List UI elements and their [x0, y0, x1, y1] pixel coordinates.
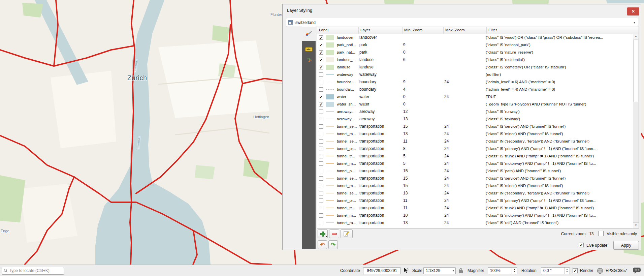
- rule-visibility-checkbox[interactable]: [319, 147, 323, 151]
- table-row[interactable]: tunnel_tr...transportation524("class" IS…: [317, 152, 633, 160]
- rule-visibility-checkbox[interactable]: ✓: [319, 35, 323, 40]
- spinner-arrows-icon[interactable]: ▲▼: [564, 268, 570, 274]
- rule-visibility-checkbox[interactable]: [319, 87, 323, 92]
- scroll-up-icon[interactable]: ▲: [633, 34, 639, 39]
- rule-visibility-checkbox[interactable]: [319, 139, 323, 144]
- rule-symbol-swatch[interactable]: [326, 124, 334, 129]
- live-update-checkbox[interactable]: ✓: [579, 243, 584, 247]
- table-row[interactable]: tunnel_se...transportation1324("class" I…: [317, 189, 633, 197]
- mouse-position-icon[interactable]: [403, 268, 409, 274]
- crs-label[interactable]: EPSG:3857: [606, 268, 627, 273]
- coordinate-input[interactable]: 949729,6002291: [363, 267, 401, 274]
- rule-symbol-swatch[interactable]: [326, 198, 334, 203]
- table-row[interactable]: tunnel_pr...transportation824("class" IS…: [317, 145, 633, 152]
- rule-symbol-swatch[interactable]: [326, 183, 334, 188]
- rule-symbol-swatch[interactable]: [326, 117, 334, 122]
- rule-symbol-swatch[interactable]: [326, 94, 334, 99]
- rule-symbol-swatch[interactable]: [326, 206, 334, 211]
- vertical-scrollbar[interactable]: ▲ ▼: [633, 34, 639, 228]
- rule-visibility-checkbox[interactable]: [319, 221, 323, 225]
- rule-symbol-swatch[interactable]: [326, 161, 334, 166]
- rule-visibility-checkbox[interactable]: [319, 184, 323, 188]
- table-row[interactable]: tunnel_se...transportation1524("class" I…: [317, 123, 633, 130]
- rule-visibility-checkbox[interactable]: [319, 169, 323, 173]
- messages-bubble-icon[interactable]: [633, 267, 641, 274]
- column-header[interactable]: Min. Zoom: [402, 27, 444, 34]
- scale-combobox[interactable]: 1:18129 ▾: [423, 267, 456, 274]
- render-checkbox[interactable]: ✓: [573, 268, 578, 273]
- column-header[interactable]: Filter: [487, 27, 639, 34]
- rule-visibility-checkbox[interactable]: [319, 80, 323, 84]
- rule-visibility-checkbox[interactable]: [319, 176, 323, 181]
- rule-symbol-swatch[interactable]: [326, 35, 334, 40]
- rule-symbol-swatch[interactable]: [326, 176, 334, 181]
- spinner-arrows-icon[interactable]: ▲▼: [512, 268, 517, 274]
- rule-symbol-swatch[interactable]: [326, 42, 334, 48]
- table-row[interactable]: tunnel_se...transportation1524("class" I…: [317, 175, 633, 182]
- rule-symbol-swatch[interactable]: [326, 131, 334, 136]
- rule-visibility-checkbox[interactable]: [319, 154, 323, 158]
- rule-symbol-swatch[interactable]: [326, 220, 334, 225]
- table-row[interactable]: tunnel_p...transportation1524("class" IS…: [317, 167, 633, 175]
- table-row[interactable]: tunnel_pr...transportation1124("class" I…: [317, 197, 633, 204]
- lock-icon[interactable]: [458, 268, 463, 274]
- table-row[interactable]: tunnel_ra...transportation1324("class" I…: [317, 219, 633, 226]
- table-row[interactable]: tunnel_m...transportation1024("class" IS…: [317, 212, 633, 219]
- rule-symbol-swatch[interactable]: [326, 72, 334, 77]
- tab-symbology[interactable]: [302, 27, 316, 41]
- table-row[interactable]: ✓waterwater024TRUE: [317, 93, 633, 100]
- table-row[interactable]: tunnel_se...transportation1124("class" I…: [317, 137, 633, 145]
- table-row[interactable]: ✓park_nat...park0("class" IS 'nature_res…: [317, 49, 633, 56]
- rule-symbol-swatch[interactable]: [326, 57, 334, 62]
- table-row[interactable]: aeroway...aeroway12("class" IS 'runway'): [317, 108, 633, 115]
- table-row[interactable]: boundar...boundary4("admin_level" = 4) A…: [317, 86, 633, 93]
- rule-visibility-checkbox[interactable]: [319, 161, 323, 166]
- close-panel-button[interactable]: ✕: [627, 7, 639, 16]
- table-row[interactable]: ✓landuse_...landuse6("class" IS 'residen…: [317, 56, 633, 63]
- column-header[interactable]: Layer: [359, 27, 402, 34]
- rule-symbol-swatch[interactable]: [326, 191, 334, 196]
- rules-table-header[interactable]: LabelLayerMin. ZoomMax. ZoomFilter: [317, 27, 639, 34]
- table-row[interactable]: tunnel_m...transportation524("class" IS …: [317, 160, 633, 167]
- tab-labels[interactable]: abc: [302, 43, 316, 55]
- undo-button[interactable]: ↶: [318, 240, 327, 249]
- rule-visibility-checkbox[interactable]: [319, 198, 323, 203]
- rule-visibility-checkbox[interactable]: [319, 191, 323, 195]
- scrollbar-thumb[interactable]: [634, 40, 638, 102]
- table-row[interactable]: aeroway...aeroway13("class" IS 'taxiway'…: [317, 115, 633, 123]
- rule-visibility-checkbox[interactable]: ✓: [319, 50, 323, 55]
- rule-symbol-swatch[interactable]: [326, 139, 334, 144]
- column-header[interactable]: Label: [317, 27, 359, 34]
- globe-crs-icon[interactable]: [597, 268, 603, 274]
- rule-visibility-checkbox[interactable]: [319, 213, 323, 218]
- table-row[interactable]: boundar...boundary924("admin_level" = 6)…: [317, 78, 633, 86]
- rule-symbol-swatch[interactable]: [326, 109, 334, 114]
- rule-symbol-swatch[interactable]: [326, 154, 334, 159]
- rotation-spinbox[interactable]: 0,0 ° ▲▼: [541, 267, 570, 274]
- scroll-down-icon[interactable]: ▼: [633, 222, 639, 228]
- rule-visibility-checkbox[interactable]: ✓: [319, 95, 323, 99]
- rule-visibility-checkbox[interactable]: [319, 72, 323, 77]
- rule-visibility-checkbox[interactable]: [319, 206, 323, 210]
- rule-symbol-swatch[interactable]: [326, 146, 334, 151]
- locator-search-input[interactable]: Type to locate (Ctrl+K): [2, 267, 64, 275]
- table-row[interactable]: ✓park_nati...park9("class" IS 'national_…: [317, 41, 633, 49]
- table-row[interactable]: ✓water_sh...water0(_geom_type IS 'Polygo…: [317, 100, 633, 108]
- rule-visibility-checkbox[interactable]: ✓: [319, 43, 323, 47]
- table-row[interactable]: tunnel_m...transportation1324("class" IS…: [317, 130, 633, 137]
- tab-history[interactable]: ↷↶: [302, 55, 316, 66]
- layer-selector-dropdown[interactable]: switzerland ▾: [286, 18, 638, 27]
- rule-symbol-swatch[interactable]: [326, 213, 334, 218]
- rule-visibility-checkbox[interactable]: ✓: [319, 58, 323, 62]
- rule-symbol-swatch[interactable]: [326, 80, 334, 85]
- table-row[interactable]: ✓landuselanduse("class" IS 'cemetery') O…: [317, 63, 633, 71]
- rule-visibility-checkbox[interactable]: [319, 132, 323, 136]
- table-row[interactable]: waterwaywaterway(no filter): [317, 71, 633, 78]
- rule-visibility-checkbox[interactable]: ✓: [319, 65, 323, 69]
- table-row[interactable]: ✓landcoverlandcover("class" IS 'wood') O…: [317, 34, 633, 41]
- magnifier-spinbox[interactable]: 100% ▲▼: [488, 267, 517, 274]
- rule-symbol-swatch[interactable]: [326, 87, 334, 92]
- visible-rules-checkbox[interactable]: [598, 231, 604, 236]
- table-row[interactable]: tunnel_tr...transportation1124("class" I…: [317, 204, 633, 212]
- table-row[interactable]: tunnel_m...transportation1524("class" IS…: [317, 182, 633, 189]
